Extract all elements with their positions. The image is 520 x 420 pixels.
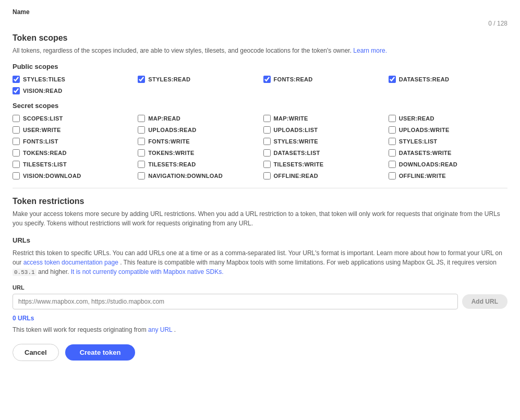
public-scope-styles_tiles[interactable]: STYLES:TILES (13, 76, 131, 83)
checkbox-uploads_write[interactable] (389, 126, 396, 134)
checkbox-styles_write[interactable] (263, 138, 271, 145)
token-scopes-title: Token scopes (13, 33, 507, 43)
urls-count: 0 URLs (13, 315, 507, 322)
urls-section: URLs Restrict this token to specific URL… (13, 236, 507, 333)
secret-scope-vision_download[interactable]: VISION:DOWNLOAD (13, 172, 131, 179)
secret-scope-map_write[interactable]: MAP:WRITE (263, 115, 382, 122)
checkbox-fonts_list[interactable] (13, 138, 20, 145)
secret-scopes-title: Secret scopes (13, 102, 507, 110)
secret-scope-uploads_write[interactable]: UPLOADS:WRITE (389, 126, 507, 134)
version-code: 0.53.1 (13, 269, 37, 276)
secret-scope-datasets_write[interactable]: DATASETS:WRITE (389, 149, 507, 157)
checkbox-uploads_read[interactable] (138, 126, 145, 134)
token-restrictions-title: Token restrictions (13, 197, 507, 206)
checkbox-fonts_write[interactable] (138, 138, 145, 145)
secret-scope-navigation_download[interactable]: NAVIGATION:DOWNLOAD (138, 172, 257, 179)
secret-scope-fonts_list[interactable]: FONTS:LIST (13, 138, 131, 145)
divider-1 (13, 188, 507, 188)
secret-scope-uploads_list[interactable]: UPLOADS:LIST (263, 126, 382, 134)
char-count: 0 / 128 (13, 20, 507, 27)
secret-scope-downloads_read[interactable]: DOWNLOADS:READ (389, 161, 507, 168)
add-url-button[interactable]: Add URL (462, 294, 507, 309)
urls-title: URLs (13, 236, 507, 244)
public-scope-styles_read[interactable]: STYLES:READ (138, 76, 257, 83)
checkbox-map_write[interactable] (263, 115, 271, 122)
checkbox-map_read[interactable] (138, 115, 145, 122)
checkbox-user_write[interactable] (13, 126, 20, 134)
checkbox-downloads_read[interactable] (389, 161, 396, 168)
checkbox-navigation_download[interactable] (138, 172, 145, 179)
secret-scope-map_read[interactable]: MAP:READ (138, 115, 257, 122)
checkbox-tilesets_read[interactable] (138, 161, 145, 168)
secret-scope-offline_read[interactable]: OFFLINE:READ (263, 172, 382, 179)
secret-scope-fonts_write[interactable]: FONTS:WRITE (138, 138, 257, 145)
secret-scope-scopes_list[interactable]: SCOPES:LIST (13, 115, 131, 122)
secret-scope-user_read[interactable]: USER:READ (389, 115, 507, 122)
checkbox-vision_read[interactable] (13, 87, 20, 94)
checkbox-offline_read[interactable] (263, 172, 271, 179)
public-scopes-title: Public scopes (13, 63, 507, 70)
secret-scope-uploads_read[interactable]: UPLOADS:READ (138, 126, 257, 134)
secret-scope-styles_list[interactable]: STYLES:LIST (389, 138, 507, 145)
secret-scope-offline_write[interactable]: OFFLINE:WRITE (389, 172, 507, 179)
checkbox-offline_write[interactable] (389, 172, 396, 179)
checkbox-tilesets_list[interactable] (13, 161, 20, 168)
checkbox-user_read[interactable] (389, 115, 396, 122)
checkbox-fonts_read[interactable] (263, 76, 271, 83)
footer-buttons: Cancel Create token (13, 344, 507, 361)
checkbox-styles_tiles[interactable] (13, 76, 20, 83)
secret-scope-tilesets_read[interactable]: TILESETS:READ (138, 161, 257, 168)
url-label: URL (13, 284, 507, 291)
cancel-button[interactable]: Cancel (13, 344, 59, 361)
secret-scope-tilesets_write[interactable]: TILESETS:WRITE (263, 161, 382, 168)
secret-scope-styles_write[interactable]: STYLES:WRITE (263, 138, 382, 145)
secret-scope-tokens_read[interactable]: TOKENS:READ (13, 149, 131, 157)
url-input[interactable] (13, 294, 458, 309)
secret-scope-tokens_write[interactable]: TOKENS:WRITE (138, 149, 257, 157)
name-section: Name (13, 8, 507, 16)
checkbox-datasets_list[interactable] (263, 149, 271, 157)
checkbox-vision_download[interactable] (13, 172, 20, 179)
url-input-row: Add URL (13, 294, 507, 309)
access-token-doc-link[interactable]: access token documentation page (23, 259, 118, 266)
checkbox-scopes_list[interactable] (13, 115, 20, 122)
token-restrictions-desc: Make your access tokens more secure by a… (13, 209, 507, 228)
secret-scopes-grid: SCOPES:LISTMAP:READMAP:WRITEUSER:READUSE… (13, 115, 507, 179)
checkbox-tilesets_write[interactable] (263, 161, 271, 168)
checkbox-datasets_read[interactable] (389, 76, 396, 83)
checkbox-styles_list[interactable] (389, 138, 396, 145)
checkbox-tokens_read[interactable] (13, 149, 20, 157)
checkbox-styles_read[interactable] (138, 76, 145, 83)
secret-scope-user_write[interactable]: USER:WRITE (13, 126, 131, 134)
create-token-button[interactable]: Create token (65, 344, 136, 361)
any-url-note: This token will work for requests origin… (13, 326, 507, 333)
token-restrictions-section: Token restrictions Make your access toke… (13, 197, 507, 228)
token-scopes-section: Token scopes All tokens, regardless of t… (13, 33, 507, 179)
token-scopes-learn-more-link[interactable]: Learn more. (353, 47, 387, 54)
public-scopes-grid: STYLES:TILESSTYLES:READFONTS:READDATASET… (13, 76, 507, 94)
token-scopes-desc: All tokens, regardless of the scopes inc… (13, 46, 507, 55)
public-scope-vision_read[interactable]: VISION:READ (13, 87, 131, 94)
checkbox-uploads_list[interactable] (263, 126, 271, 134)
checkbox-tokens_write[interactable] (138, 149, 145, 157)
public-scope-datasets_read[interactable]: DATASETS:READ (389, 76, 507, 83)
secret-scope-datasets_list[interactable]: DATASETS:LIST (263, 149, 382, 157)
public-scope-fonts_read[interactable]: FONTS:READ (263, 76, 382, 83)
name-label: Name (13, 8, 507, 16)
urls-desc: Restrict this token to specific URLs. Yo… (13, 248, 507, 277)
checkbox-datasets_write[interactable] (389, 149, 396, 157)
secret-scope-tilesets_list[interactable]: TILESETS:LIST (13, 161, 131, 168)
